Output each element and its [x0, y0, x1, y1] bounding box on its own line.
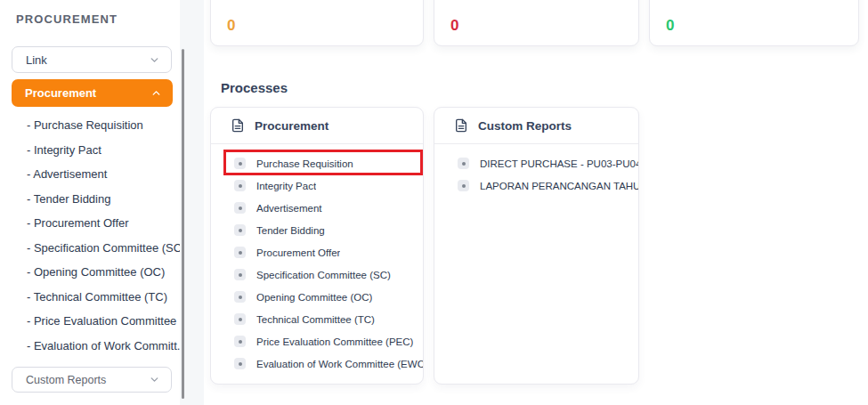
sidebar-item-advertisement[interactable]: - Advertisement: [27, 162, 180, 187]
sidebar-item-evaluation-of-work-committee[interactable]: - Evaluation of Work Committ...: [27, 334, 180, 359]
custom-reports-select-value: Custom Reports: [26, 374, 106, 386]
stat-value: 0: [666, 17, 674, 35]
stat-value: 0: [227, 17, 235, 35]
custom-reports-select[interactable]: Custom Reports: [12, 367, 172, 393]
chevron-up-icon: [150, 87, 162, 99]
sidebar-item-integrity-pact[interactable]: - Integrity Pact: [27, 138, 180, 163]
process-item-evaluation-of-work-committee[interactable]: Evaluation of Work Committee (EWC): [211, 352, 423, 375]
sidebar-scrollbar-thumb[interactable]: [182, 49, 184, 399]
procurement-card-title: Procurement: [255, 119, 329, 133]
dot-bullet-icon: [234, 313, 246, 325]
dot-bullet-icon: [234, 336, 246, 347]
report-item-laporan-perancangan-tahunan[interactable]: LAPORAN PERANCANGAN TAHUNAN (P...: [434, 174, 638, 197]
sidebar-item-technical-committee[interactable]: - Technical Committee (TC): [27, 285, 180, 310]
link-select[interactable]: Link: [12, 46, 172, 73]
sidebar-item-opening-committee[interactable]: - Opening Committee (OC): [27, 260, 180, 285]
process-item-price-evaluation-committee[interactable]: Price Evaluation Committee (PEC): [211, 330, 423, 352]
process-item-tender-bidding[interactable]: Tender Bidding: [211, 219, 423, 241]
process-item-purchase-requisition[interactable]: Purchase Requisition: [211, 152, 423, 174]
dot-bullet-icon: [458, 158, 469, 169]
sidebar-item-tender-bidding[interactable]: - Tender Bidding: [27, 187, 180, 212]
custom-reports-card-header: Custom Reports: [434, 108, 638, 144]
dot-bullet-icon: [234, 224, 246, 236]
custom-reports-card-list: DIRECT PURCHASE - PU03-PU04 LAPORAN PERA…: [434, 144, 638, 197]
chevron-down-icon: [149, 54, 160, 66]
process-item-specification-committee[interactable]: Specification Committee (SC): [211, 263, 423, 286]
procurement-accordion-button[interactable]: Procurement: [12, 79, 173, 107]
sidebar: PROCUREMENT Link Procurement - Purchase …: [0, 0, 180, 405]
sidebar-item-purchase-requisition[interactable]: - Purchase Requisition: [27, 113, 180, 138]
processes-heading: Processes: [221, 80, 288, 95]
dot-bullet-icon: [234, 269, 246, 280]
process-item-technical-committee[interactable]: Technical Committee (TC): [211, 308, 423, 330]
stat-card-orange: 0: [210, 0, 424, 46]
process-item-opening-committee[interactable]: Opening Committee (OC): [211, 286, 423, 308]
dot-bullet-icon: [458, 180, 469, 191]
dot-bullet-icon: [234, 291, 246, 303]
file-text-icon: [231, 118, 245, 133]
stat-card-red: 0: [434, 0, 639, 46]
custom-reports-card: Custom Reports DIRECT PURCHASE - PU03-PU…: [434, 107, 639, 385]
procurement-process-card: Procurement Purchase Requisition Integri…: [210, 107, 424, 385]
procurement-card-list: Purchase Requisition Integrity Pact Adve…: [211, 144, 423, 375]
procurement-dashboard: PROCUREMENT Link Procurement - Purchase …: [0, 0, 868, 405]
procurement-accordion-label: Procurement: [25, 86, 96, 100]
report-item-direct-purchase[interactable]: DIRECT PURCHASE - PU03-PU04: [434, 152, 638, 174]
dot-bullet-icon: [234, 158, 246, 169]
dot-bullet-icon: [234, 180, 246, 191]
process-item-procurement-offer[interactable]: Procurement Offer: [211, 241, 423, 263]
stat-card-green: 0: [649, 0, 859, 46]
sidebar-title: PROCUREMENT: [16, 12, 118, 26]
sidebar-item-procurement-offer[interactable]: - Procurement Offer: [27, 211, 180, 236]
link-select-value: Link: [26, 53, 47, 67]
process-item-integrity-pact[interactable]: Integrity Pact: [211, 174, 423, 197]
sidebar-item-specification-committee[interactable]: - Specification Committee (SC): [27, 236, 180, 261]
procurement-card-header: Procurement: [211, 108, 423, 144]
chevron-down-icon: [149, 374, 160, 385]
sidebar-nav: - Purchase Requisition - Integrity Pact …: [27, 113, 180, 358]
custom-reports-card-title: Custom Reports: [478, 119, 572, 133]
dot-bullet-icon: [234, 202, 246, 214]
sidebar-item-price-evaluation-committee[interactable]: - Price Evaluation Committee ...: [27, 309, 180, 334]
stat-value: 0: [450, 17, 458, 35]
dot-bullet-icon: [234, 358, 246, 369]
file-text-icon: [454, 118, 468, 133]
dot-bullet-icon: [234, 247, 246, 258]
process-item-advertisement[interactable]: Advertisement: [211, 197, 423, 219]
